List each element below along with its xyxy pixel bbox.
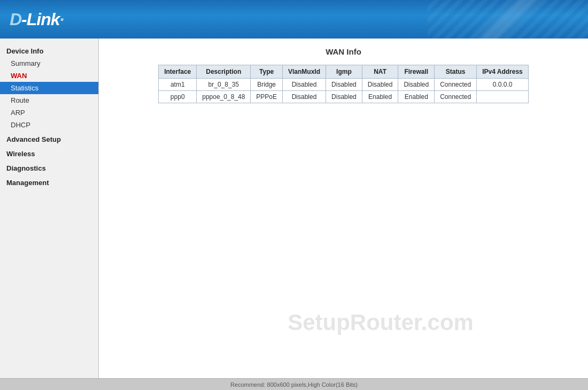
- row1-type: Bridge: [251, 79, 283, 91]
- row2-status: Connected: [435, 91, 477, 103]
- row2-nat: Enabled: [362, 91, 398, 103]
- footer-text: Recommend: 800x600 pixels,High Color(16 …: [230, 381, 358, 388]
- sidebar-item-management[interactable]: Management: [0, 174, 98, 189]
- table-row: ppp0 pppoe_0_8_48 PPPoE Disabled Disable…: [159, 91, 529, 103]
- col-status: Status: [435, 65, 477, 79]
- sidebar-item-device-info[interactable]: Device Info: [0, 43, 98, 57]
- sidebar-item-wireless[interactable]: Wireless: [0, 146, 98, 160]
- main-wrapper: Device Info Summary WAN Statistics Route…: [0, 39, 588, 378]
- row2-description: pppoe_0_8_48: [197, 91, 251, 103]
- sidebar-item-wan[interactable]: WAN: [0, 70, 98, 82]
- sidebar-item-route[interactable]: Route: [0, 94, 98, 106]
- sidebar-item-advanced-setup[interactable]: Advanced Setup: [0, 131, 98, 146]
- row1-interface: atm1: [159, 79, 197, 91]
- col-firewall: Firewall: [398, 65, 435, 79]
- sidebar-item-summary[interactable]: Summary: [0, 57, 98, 70]
- row1-nat: Disabled: [362, 79, 398, 91]
- col-type: Type: [251, 65, 283, 79]
- logo-d: D: [10, 10, 21, 29]
- footer: Recommend: 800x600 pixels,High Color(16 …: [0, 378, 588, 390]
- page-title: WAN Info: [112, 47, 575, 56]
- watermark: SetupRouter.com: [288, 310, 474, 335]
- col-ipv4: IPv4 Address: [477, 65, 529, 79]
- logo: D-Link·: [10, 10, 64, 29]
- row1-description: br_0_8_35: [197, 79, 251, 91]
- row1-firewall: Disabled: [398, 79, 435, 91]
- sidebar-item-statistics[interactable]: Statistics: [0, 82, 98, 94]
- wan-table: Interface Description Type VlanMuxId Igm…: [158, 65, 529, 103]
- sidebar-item-dhcp[interactable]: DHCP: [0, 119, 98, 131]
- row2-interface: ppp0: [159, 91, 197, 103]
- col-igmp: Igmp: [326, 65, 362, 79]
- content-area: WAN Info Interface Description Type Vlan…: [99, 39, 588, 378]
- row2-vlanmuxid: Disabled: [283, 91, 326, 103]
- row2-type: PPPoE: [251, 91, 283, 103]
- row2-igmp: Disabled: [326, 91, 362, 103]
- header: D-Link·: [0, 0, 588, 39]
- sidebar: Device Info Summary WAN Statistics Route…: [0, 39, 99, 378]
- sidebar-item-diagnostics[interactable]: Diagnostics: [0, 160, 98, 174]
- row1-ipv4: 0.0.0.0: [477, 79, 529, 91]
- row2-firewall: Enabled: [398, 91, 435, 103]
- row2-ipv4: [477, 91, 529, 103]
- row1-status: Connected: [435, 79, 477, 91]
- col-vlanmuxid: VlanMuxId: [283, 65, 326, 79]
- col-description: Description: [197, 65, 251, 79]
- table-row: atm1 br_0_8_35 Bridge Disabled Disabled …: [159, 79, 529, 91]
- col-nat: NAT: [362, 65, 398, 79]
- row1-igmp: Disabled: [326, 79, 362, 91]
- col-interface: Interface: [159, 65, 197, 79]
- logo-dot: ·: [60, 10, 64, 29]
- sidebar-item-arp[interactable]: ARP: [0, 106, 98, 119]
- row1-vlanmuxid: Disabled: [283, 79, 326, 91]
